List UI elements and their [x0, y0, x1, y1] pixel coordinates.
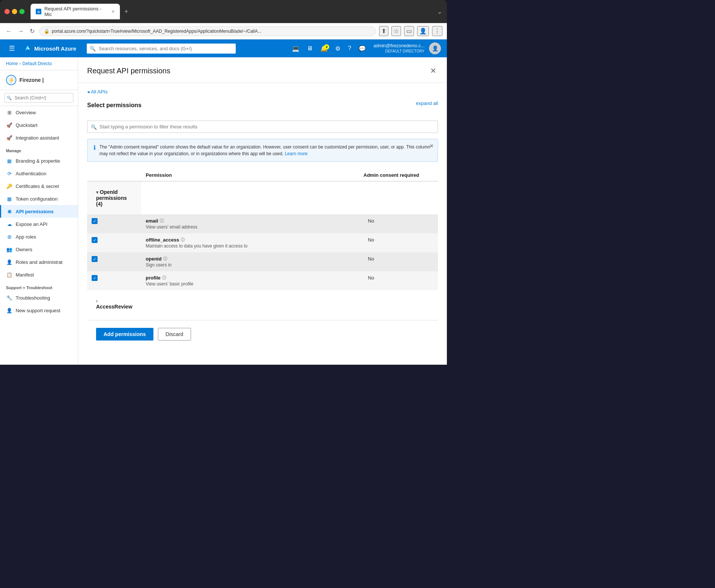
azure-logo-icon [22, 44, 31, 53]
table-row: email ⓘ View users' email address No [87, 214, 438, 233]
branding-icon: ▦ [6, 157, 13, 164]
traffic-lights [4, 9, 25, 14]
sidebar-item-label: Troubleshooting [16, 295, 50, 301]
close-panel-btn[interactable]: ✕ [429, 65, 438, 77]
profile-checkbox-cell[interactable] [87, 271, 141, 290]
maximize-window-btn[interactable] [19, 9, 25, 14]
sidebar-item-label: Branding & propertie [16, 158, 60, 164]
openid-section-label: OpenId permissions (4) [96, 189, 127, 207]
sidebar-item-certificates[interactable]: 🔑 Certificates & secret [0, 180, 78, 192]
sidebar-item-branding[interactable]: ▦ Branding & propertie [0, 154, 78, 167]
access-review-section-header[interactable]: › AccessReview [87, 290, 141, 317]
azure-search-input[interactable] [87, 44, 236, 54]
sidebar-item-app-roles[interactable]: ⊞ App roles [0, 230, 78, 243]
close-window-btn[interactable] [4, 9, 10, 14]
user-info[interactable]: admin@firezonedemo.c... DEFAULT DIRECTOR… [374, 43, 425, 54]
sidebar-item-new-support[interactable]: 👤 New support request [0, 304, 78, 317]
forward-btn[interactable]: → [16, 27, 25, 35]
feedback-btn[interactable]: 💬 [356, 44, 369, 54]
sidebar-item-expose-api[interactable]: ☁ Expose an API [0, 218, 78, 230]
new-tab-btn[interactable]: + [121, 7, 131, 16]
address-bar[interactable]: 🔒 portal.azure.com/?quickstart=True#view… [39, 26, 376, 36]
table-row: profile ⓘ View users' basic profile No [87, 271, 438, 290]
sidebar-item-authentication[interactable]: ⟳ Authentication [0, 167, 78, 180]
openid-section-header[interactable]: ▾ OpenId permissions (4) [87, 182, 141, 214]
sidebar-item-label: Owners [16, 247, 32, 252]
sidebar-item-label: Expose an API [16, 221, 47, 227]
share-btn[interactable]: ⬆ [379, 26, 388, 36]
col-checkbox [87, 169, 141, 181]
sidebar-item-roles-admin[interactable]: 👤 Roles and administrat [0, 256, 78, 268]
active-tab[interactable]: A Request API permissions - Mic ✕ [31, 4, 120, 19]
authentication-icon: ⟳ [6, 170, 13, 177]
tab-title: Request API permissions - Mic [44, 6, 107, 17]
new-support-icon: 👤 [6, 307, 13, 314]
azure-search-bar[interactable]: 🔍 [87, 44, 236, 54]
user-avatar[interactable]: 👤 [429, 42, 441, 54]
hamburger-menu-btn[interactable]: ☰ [6, 43, 18, 54]
support-section-title: Support + Troubleshoot [0, 281, 78, 291]
offline-checkbox[interactable] [92, 237, 98, 243]
tab-close-btn[interactable]: ✕ [111, 9, 115, 14]
offline-checkbox-cell[interactable] [87, 233, 141, 252]
table-row: openid ⓘ Sign users in No [87, 252, 438, 271]
sidebar-item-overview[interactable]: ⊞ Overview [0, 106, 78, 119]
cloud-shell-btn[interactable]: 💻 [289, 44, 302, 54]
openid-checkbox[interactable] [92, 256, 98, 262]
col-admin-consent: Admin consent required [363, 169, 438, 181]
manage-section-title: Manage [0, 144, 78, 154]
reload-btn[interactable]: ↻ [28, 27, 36, 35]
offline-info-icon[interactable]: ⓘ [181, 237, 185, 243]
info-icon: ℹ [93, 144, 96, 157]
sidebar-search-icon: 🔍 [7, 96, 12, 100]
sidebar-item-token[interactable]: ▦ Token configuration [0, 192, 78, 205]
openid-checkbox-cell[interactable] [87, 252, 141, 271]
bash-btn[interactable]: 🖥 [304, 44, 316, 53]
info-banner-close-btn[interactable]: ✕ [429, 143, 434, 149]
learn-more-link[interactable]: Learn more [285, 151, 308, 156]
sidebar-search-input[interactable] [4, 93, 73, 103]
sidebar-item-label: App roles [16, 234, 36, 240]
back-btn[interactable]: ← [4, 27, 13, 35]
integration-icon: 🚀 [6, 134, 13, 141]
profile-perm-desc: View users' basic profile [146, 281, 359, 287]
notifications-btn[interactable]: 🔔 2 [317, 44, 331, 54]
sidebar-item-label: Roles and administrat [16, 259, 63, 265]
openid-info-icon[interactable]: ⓘ [163, 256, 167, 262]
filter-input[interactable] [87, 121, 438, 133]
profile-info-icon[interactable]: ⓘ [162, 275, 166, 281]
minimize-window-btn[interactable] [12, 9, 17, 14]
window-collapse-btn[interactable]: ⌄ [437, 7, 442, 16]
search-icon: 🔍 [90, 46, 96, 51]
sidebar-item-integration[interactable]: 🚀 Integration assistant [0, 131, 78, 144]
permissions-table: Permission Admin consent required ▾ Open… [87, 169, 438, 317]
sidebar-item-troubleshooting[interactable]: 🔧 Troubleshooting [0, 291, 78, 304]
sidebar-item-api-permissions[interactable]: ⊕ API permissions [0, 205, 78, 218]
breadcrumb-home[interactable]: Home [6, 61, 18, 66]
account-btn[interactable]: 👤 [417, 26, 429, 36]
overview-icon: ⊞ [6, 109, 13, 116]
email-checkbox-cell[interactable] [87, 214, 141, 233]
back-link[interactable]: ◂ All APIs [87, 89, 438, 95]
expand-all-btn[interactable]: expand all [416, 100, 438, 106]
quickstart-icon: 🚀 [6, 122, 13, 128]
email-checkbox[interactable] [92, 218, 98, 224]
settings-btn[interactable]: ⚙ [332, 44, 343, 54]
profile-checkbox[interactable] [92, 275, 98, 281]
offline-admin-val: No [363, 233, 438, 252]
troubleshooting-icon: 🔧 [6, 294, 13, 301]
more-btn[interactable]: ⋮ [432, 26, 442, 36]
sidebar-toggle-btn[interactable]: ▭ [404, 26, 414, 36]
email-info-icon[interactable]: ⓘ [160, 218, 164, 224]
sidebar-item-manifest[interactable]: 📋 Manifest [0, 268, 78, 281]
openid-chevron-icon: ▾ [96, 190, 98, 195]
help-btn[interactable]: ? [345, 44, 354, 53]
sidebar-item-owners[interactable]: 👥 Owners [0, 243, 78, 256]
tab-bar: A Request API permissions - Mic ✕ + [31, 4, 434, 19]
discard-btn[interactable]: Discard [158, 328, 191, 341]
sidebar-item-quickstart[interactable]: 🚀 Quickstart [0, 119, 78, 131]
sidebar-item-label: Token configuration [16, 196, 58, 202]
add-permissions-btn[interactable]: Add permissions [96, 328, 153, 341]
bookmark-btn[interactable]: ☆ [391, 26, 401, 36]
breadcrumb-dir[interactable]: Default Directo [22, 61, 52, 66]
